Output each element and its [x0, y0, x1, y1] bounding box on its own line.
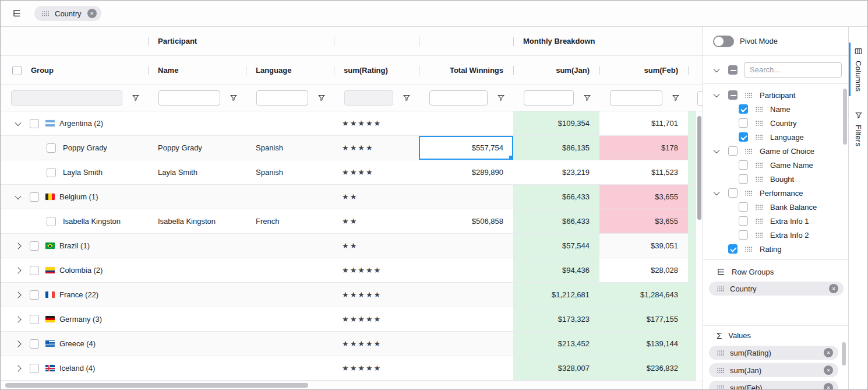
drag-handle-icon[interactable]	[41, 10, 49, 16]
total-winnings-cell[interactable]	[419, 111, 513, 135]
drag-handle-icon[interactable]	[744, 246, 752, 252]
rating-cell[interactable]: ★★★★	[334, 160, 419, 184]
tree-item-rating[interactable]: Rating	[703, 242, 848, 256]
next-column-sliver[interactable]	[688, 111, 696, 135]
tree-checkbox-language[interactable]	[739, 132, 748, 142]
drag-handle-icon[interactable]	[755, 106, 763, 112]
column-header-sum-jan[interactable]: sum(Jan)	[513, 56, 599, 85]
row-checkbox[interactable]	[30, 266, 39, 275]
tab-columns[interactable]: Columns	[849, 43, 868, 96]
next-column-sliver[interactable]	[688, 307, 696, 331]
feb-cell[interactable]: $3,655	[599, 185, 688, 209]
group-column-cell[interactable]: France (22)	[1, 283, 148, 307]
chevron-down-icon[interactable]	[713, 68, 720, 72]
jan-cell[interactable]: $1,212,681	[513, 283, 599, 307]
drag-handle-icon[interactable]	[755, 218, 763, 224]
column-header-sum-feb[interactable]: sum(Feb)	[599, 56, 688, 85]
column-header-sum-rating[interactable]: sum(Rating)	[334, 56, 419, 85]
feb-cell[interactable]: $11,523	[599, 160, 688, 184]
language-cell[interactable]	[246, 111, 334, 135]
name-cell[interactable]	[148, 234, 246, 258]
language-cell[interactable]	[246, 283, 334, 307]
tree-checkbox-extra-info-1[interactable]	[739, 216, 748, 226]
tree-item-game-name[interactable]: Game Name	[703, 158, 848, 172]
feb-cell[interactable]: $11,701	[599, 111, 688, 135]
rating-cell[interactable]: ★★★★★	[334, 111, 419, 135]
tree-item-language[interactable]: Language	[703, 130, 848, 144]
rating-cell[interactable]: ★★★★★	[334, 283, 419, 307]
jan-cell[interactable]: $57,544	[513, 234, 599, 258]
row-checkbox[interactable]	[30, 290, 39, 300]
chevron-down-icon[interactable]	[713, 149, 720, 153]
language-cell[interactable]	[246, 356, 334, 380]
total-winnings-cell[interactable]: $557,754	[419, 136, 513, 160]
drag-handle-icon[interactable]	[755, 134, 763, 140]
column-header-group[interactable]: Group	[1, 56, 148, 85]
jan-cell[interactable]: $23,219	[513, 160, 599, 184]
filter-input-sum-jan[interactable]	[524, 90, 574, 106]
next-column-sliver[interactable]	[688, 258, 696, 282]
group-column-cell[interactable]: Iceland (4)	[1, 356, 148, 380]
horizontal-scrollbar[interactable]	[1, 381, 703, 389]
remove-icon[interactable]: ✕	[824, 366, 833, 375]
next-column-sliver[interactable]	[688, 209, 696, 233]
tree-scrollbar-thumb[interactable]	[843, 89, 847, 145]
row-group-chip-country[interactable]: Country ✕	[34, 6, 101, 21]
group-column-cell[interactable]: Germany (3)	[1, 307, 148, 331]
group-column-cell[interactable]: Argentina (2)	[1, 111, 148, 135]
total-winnings-cell[interactable]	[419, 307, 513, 331]
drag-handle-icon[interactable]	[755, 176, 763, 182]
tree-checkbox-bought[interactable]	[739, 174, 748, 184]
language-cell[interactable]	[246, 258, 334, 282]
chevron-right-icon[interactable]	[13, 268, 23, 273]
drag-handle-icon[interactable]	[755, 120, 763, 126]
drag-handle-icon[interactable]	[744, 92, 752, 98]
rating-cell[interactable]: ★★★★	[334, 136, 419, 160]
pivot-mode-toggle[interactable]	[713, 36, 734, 47]
language-cell[interactable]	[246, 234, 334, 258]
remove-icon[interactable]: ✕	[829, 284, 838, 293]
drag-handle-icon[interactable]	[755, 204, 763, 210]
feb-cell[interactable]: $178	[599, 136, 688, 160]
language-cell[interactable]	[246, 185, 334, 209]
drag-handle-icon[interactable]	[717, 385, 724, 389]
remove-icon[interactable]: ✕	[824, 348, 833, 357]
filter-icon[interactable]	[672, 94, 680, 102]
language-cell[interactable]: Spanish	[246, 160, 334, 184]
filter-icon[interactable]	[583, 94, 591, 102]
filter-icon[interactable]	[132, 94, 140, 102]
row-checkbox[interactable]	[30, 364, 39, 373]
tree-checkbox-name[interactable]	[739, 104, 748, 114]
group-column-cell[interactable]: Greece (4)	[1, 332, 148, 356]
group-column-cell[interactable]: Brazil (1)	[1, 234, 148, 258]
filter-input-language[interactable]	[256, 90, 308, 106]
tree-item-extra-info-2[interactable]: Extra Info 2	[703, 228, 848, 242]
total-winnings-cell[interactable]	[419, 258, 513, 282]
chevron-down-icon[interactable]	[13, 195, 23, 199]
name-cell[interactable]	[148, 332, 246, 356]
row-checkbox[interactable]	[30, 315, 39, 324]
tree-item-bank-balance[interactable]: Bank Balance	[703, 200, 848, 214]
filter-input-sum-feb[interactable]	[610, 90, 662, 106]
tree-item-game-of-choice[interactable]: Game of Choice	[703, 144, 848, 158]
vertical-scrollbar[interactable]	[696, 111, 703, 381]
group-column-cell[interactable]: Layla Smith	[1, 160, 148, 184]
name-cell[interactable]	[148, 283, 246, 307]
feb-cell[interactable]: $139,144	[599, 332, 688, 356]
chevron-down-icon[interactable]	[13, 121, 23, 126]
group-column-cell[interactable]: Isabella Kingston	[1, 209, 148, 233]
values-scrollbar-thumb[interactable]	[842, 342, 846, 366]
jan-cell[interactable]: $66,433	[513, 209, 599, 233]
row-checkbox[interactable]	[30, 339, 39, 349]
filter-input-total-winnings[interactable]	[429, 90, 488, 106]
total-winnings-cell[interactable]	[419, 234, 513, 258]
rating-cell[interactable]: ★★	[334, 234, 419, 258]
tree-checkbox-performance[interactable]	[728, 188, 738, 198]
language-cell[interactable]: Spanish	[246, 136, 334, 160]
row-checkbox[interactable]	[47, 168, 56, 177]
chevron-right-icon[interactable]	[13, 342, 23, 346]
jan-cell[interactable]: $86,135	[513, 136, 599, 160]
row-checkbox[interactable]	[30, 192, 39, 202]
remove-icon[interactable]: ✕	[824, 383, 833, 389]
rating-cell[interactable]: ★★	[334, 185, 419, 209]
